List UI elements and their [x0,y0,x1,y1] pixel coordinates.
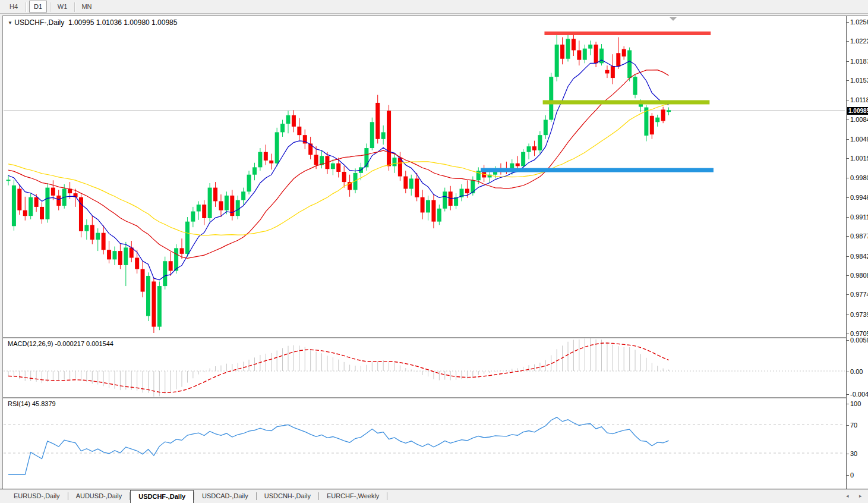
chart-canvas[interactable] [0,0,868,503]
chart-shift-marker-icon [670,17,677,21]
hline-support-blue[interactable] [481,168,714,172]
candles-layer [7,32,671,333]
rsi-layer [4,417,845,474]
rsi-line [8,417,669,474]
current-price-line [4,17,845,111]
hline-support-olive[interactable] [543,100,710,104]
macd-layer [4,338,845,397]
hline-resistance-red[interactable] [544,32,711,35]
